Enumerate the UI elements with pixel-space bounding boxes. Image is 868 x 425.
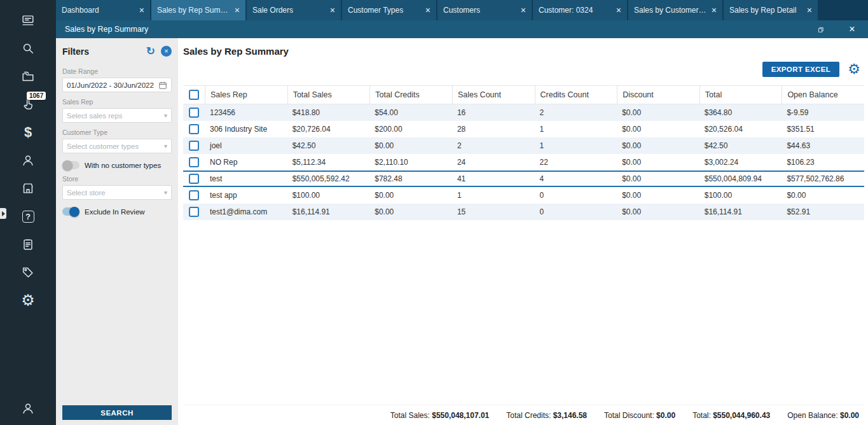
column-header[interactable]: Total Credits: [369, 86, 452, 104]
row-checkbox[interactable]: [189, 124, 199, 134]
table-cell: $0.00: [617, 191, 699, 200]
sidebar-item-tags[interactable]: [0, 258, 56, 286]
table-cell: 1: [535, 141, 617, 150]
calendar-icon: [158, 81, 167, 90]
export-excel-button[interactable]: EXPORT EXCEL: [762, 62, 840, 77]
row-checkbox[interactable]: [189, 157, 199, 167]
exclude-in-review-toggle[interactable]: [62, 207, 79, 216]
store-placeholder: Select store: [67, 189, 164, 197]
sidebar-item-help[interactable]: ?: [0, 202, 56, 230]
table-cell: $550,005,592.42: [287, 174, 370, 183]
table-row[interactable]: test$550,005,592.42$782.48414$0.00$550,0…: [183, 171, 864, 187]
table-row[interactable]: joel$42.50$0.0021$0.00$42.50$44.63: [183, 137, 864, 154]
filters-title: Filters: [62, 46, 146, 57]
column-header[interactable]: Sales Rep: [205, 86, 287, 104]
toggle-knob: [62, 160, 72, 171]
user-icon: [21, 401, 35, 415]
sidebar-flyout-handle[interactable]: [0, 208, 6, 219]
sidebar-item-store[interactable]: [0, 174, 56, 202]
sidebar-item-pending[interactable]: 1067: [0, 90, 56, 118]
sidebar-item-documents[interactable]: [0, 62, 56, 90]
table-cell: $52.91: [782, 207, 864, 216]
table-cell: $20,726.04: [287, 125, 370, 134]
table-cell: 2: [535, 108, 617, 117]
row-checkbox[interactable]: [189, 207, 199, 217]
row-checkbox[interactable]: [189, 141, 199, 151]
tab[interactable]: Customer: 0324×: [533, 0, 628, 20]
customer-type-placeholder: Select customer types: [67, 143, 164, 150]
tab[interactable]: Sale Orders×: [247, 0, 342, 20]
tab[interactable]: Sales by Rep Detail×: [724, 0, 819, 20]
row-checkbox[interactable]: [189, 108, 199, 118]
table-cell: $2,110.10: [369, 158, 452, 167]
close-button[interactable]: ×: [836, 20, 868, 38]
tab[interactable]: Sales by Rep Summ...×: [151, 0, 247, 20]
sidebar-item-tasks[interactable]: [0, 230, 56, 258]
report-settings-gear-icon[interactable]: ⚙: [848, 62, 860, 76]
restore-icon: [816, 25, 825, 34]
sidebar-item-settings[interactable]: ⚙: [0, 286, 56, 314]
table-row[interactable]: 123456$418.80$54.00162$0.00$364.80$-9.59: [183, 104, 864, 121]
customer-type-select[interactable]: Select customer types ▾: [62, 139, 172, 153]
date-range-input[interactable]: 01/Jun/2022 - 30/Jun/2022: [62, 78, 172, 92]
table-cell: $54.00: [369, 108, 452, 117]
row-checkbox[interactable]: [189, 190, 199, 200]
table-cell: $100.00: [699, 191, 782, 200]
filters-panel: Filters ↻ × Date Range 01/Jun/2022 - 30/…: [56, 38, 178, 425]
column-header[interactable]: Discount: [617, 86, 699, 104]
column-header[interactable]: Sales Count: [452, 86, 535, 104]
tab[interactable]: Customer Types×: [342, 0, 437, 20]
tab-close-icon[interactable]: ×: [807, 6, 812, 15]
header-checkbox-cell: [183, 90, 205, 100]
tab-close-icon[interactable]: ×: [616, 6, 621, 15]
table-row[interactable]: test app$100.00$0.0010$0.00$100.00$0.00: [183, 187, 864, 204]
sidebar-item-contacts[interactable]: [0, 146, 56, 174]
tab-close-icon[interactable]: ×: [139, 6, 144, 15]
table-row[interactable]: test1@dima.com$16,114.91$0.00150$0.00$16…: [183, 204, 864, 220]
maximize-button[interactable]: [804, 20, 836, 38]
search-button[interactable]: SEARCH: [62, 405, 172, 420]
customer-type-label: Customer Type: [62, 129, 172, 136]
row-checkbox-cell: [183, 207, 205, 217]
tab-bar: Dashboard×Sales by Rep Summ...×Sale Orde…: [56, 0, 868, 20]
table-cell: $0.00: [369, 207, 452, 216]
table-cell: $5,112.34: [287, 158, 370, 167]
table-cell: $550,004,809.94: [699, 174, 782, 183]
row-checkbox-cell: [183, 108, 205, 118]
tab-close-icon[interactable]: ×: [521, 6, 526, 15]
sidebar-item-search[interactable]: [0, 34, 56, 62]
no-customer-types-toggle[interactable]: [62, 161, 79, 169]
tab-close-icon[interactable]: ×: [330, 6, 335, 15]
table-cell: $16,114.91: [287, 207, 370, 216]
tab-close-icon[interactable]: ×: [712, 6, 717, 15]
table-row[interactable]: NO Rep$5,112.34$2,110.102422$0.00$3,002.…: [183, 154, 864, 171]
table-cell: $16,114.91: [699, 207, 782, 216]
sidebar-item-register[interactable]: [0, 6, 56, 34]
column-header[interactable]: Total Sales: [287, 86, 370, 104]
row-checkbox[interactable]: [189, 174, 199, 184]
column-header[interactable]: Total: [699, 86, 782, 104]
store-select[interactable]: Select store ▾: [62, 185, 172, 200]
table-row[interactable]: 306 Industry Site$20,726.04$200.00281$0.…: [183, 121, 864, 137]
sidebar-item-user[interactable]: [0, 394, 56, 422]
close-filters-icon[interactable]: ×: [161, 46, 172, 57]
total-item: Open Balance: $0.00: [787, 411, 859, 420]
sales-rep-select[interactable]: Select sales reps ▾: [62, 108, 172, 123]
column-header[interactable]: Open Balance: [782, 86, 864, 104]
total-label: Open Balance:: [787, 411, 840, 420]
table-cell: 22: [535, 158, 617, 167]
select-all-checkbox[interactable]: [189, 90, 199, 100]
table-cell: $42.50: [699, 141, 782, 150]
tab[interactable]: Sales by Customer S...×: [628, 0, 724, 20]
refresh-filters-icon[interactable]: ↻: [146, 46, 155, 57]
tab-close-icon[interactable]: ×: [425, 6, 431, 15]
sidebar-item-sales[interactable]: $: [0, 118, 56, 146]
table-cell: 1: [452, 191, 535, 200]
table-cell: test app: [205, 191, 287, 200]
tab[interactable]: Dashboard×: [56, 0, 151, 20]
tab-close-icon[interactable]: ×: [235, 6, 240, 15]
column-header[interactable]: Credits Count: [535, 86, 617, 104]
tab-label: Sales by Rep Detail: [729, 6, 803, 15]
tab[interactable]: Customers×: [437, 0, 533, 20]
tab-label: Customers: [443, 6, 517, 15]
